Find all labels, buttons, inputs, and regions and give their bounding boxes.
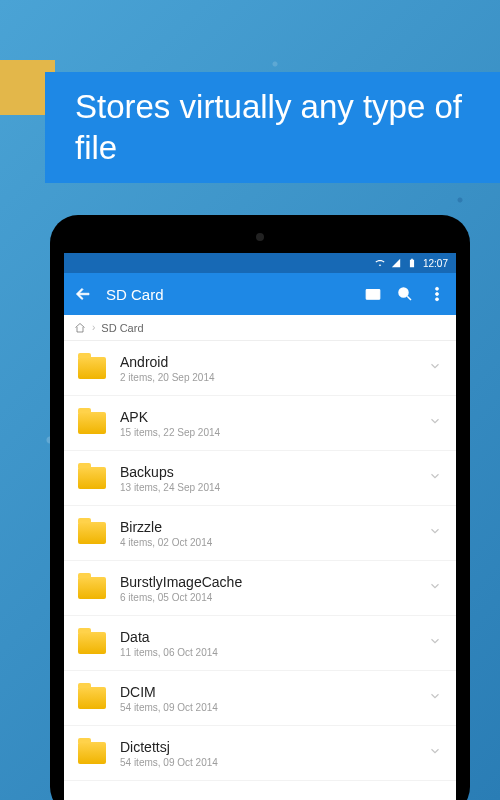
expand-button[interactable] [428, 689, 442, 707]
file-row[interactable]: Dictettsj54 items, 09 Oct 2014 [64, 726, 456, 781]
file-meta: BurstlyImageCache6 items, 05 Oct 2014 [120, 574, 414, 603]
folder-icon [78, 522, 106, 544]
file-subtext: 11 items, 06 Oct 2014 [120, 647, 414, 658]
file-subtext: 54 items, 09 Oct 2014 [120, 757, 414, 768]
file-meta: Android2 items, 20 Sep 2014 [120, 354, 414, 383]
expand-button[interactable] [428, 469, 442, 487]
file-name: Android [120, 354, 414, 370]
file-row[interactable]: Android2 items, 20 Sep 2014 [64, 341, 456, 396]
expand-button[interactable] [428, 359, 442, 377]
file-name: Backups [120, 464, 414, 480]
breadcrumb[interactable]: › SD Card [64, 315, 456, 341]
file-meta: DCIM54 items, 09 Oct 2014 [120, 684, 414, 713]
file-subtext: 54 items, 09 Oct 2014 [120, 702, 414, 713]
file-subtext: 2 items, 20 Sep 2014 [120, 372, 414, 383]
chevron-down-icon [428, 579, 442, 593]
file-meta: APK15 items, 22 Sep 2014 [120, 409, 414, 438]
app-bar: SD Card [64, 273, 456, 315]
tablet-frame: 12:07 SD Card › SD Card Android2 items, … [50, 215, 470, 800]
file-name: APK [120, 409, 414, 425]
expand-button[interactable] [428, 524, 442, 542]
folder-icon [78, 577, 106, 599]
wifi-icon [375, 258, 385, 268]
new-folder-button[interactable] [364, 285, 382, 303]
file-name: Dictettsj [120, 739, 414, 755]
file-row[interactable]: APK15 items, 22 Sep 2014 [64, 396, 456, 451]
file-subtext: 15 items, 22 Sep 2014 [120, 427, 414, 438]
folder-icon [78, 742, 106, 764]
file-subtext: 4 items, 02 Oct 2014 [120, 537, 414, 548]
file-meta: Birzzle4 items, 02 Oct 2014 [120, 519, 414, 548]
file-meta: Dictettsj54 items, 09 Oct 2014 [120, 739, 414, 768]
search-button[interactable] [396, 285, 414, 303]
file-row[interactable]: Birzzle4 items, 02 Oct 2014 [64, 506, 456, 561]
chevron-down-icon [428, 744, 442, 758]
expand-button[interactable] [428, 744, 442, 762]
tablet-camera [256, 233, 264, 241]
expand-button[interactable] [428, 414, 442, 432]
status-time: 12:07 [423, 258, 448, 269]
appbar-title: SD Card [106, 286, 350, 303]
chevron-right-icon: › [92, 322, 95, 333]
breadcrumb-current: SD Card [101, 322, 143, 334]
device-screen: 12:07 SD Card › SD Card Android2 items, … [64, 253, 456, 800]
chevron-down-icon [428, 359, 442, 373]
folder-icon [78, 687, 106, 709]
more-vert-icon [428, 285, 446, 303]
file-meta: Backups13 items, 24 Sep 2014 [120, 464, 414, 493]
file-name: DCIM [120, 684, 414, 700]
file-row[interactable]: Data11 items, 06 Oct 2014 [64, 616, 456, 671]
svg-point-1 [399, 288, 408, 297]
svg-point-2 [436, 287, 439, 290]
battery-icon [407, 258, 417, 268]
expand-button[interactable] [428, 634, 442, 652]
folder-icon [78, 412, 106, 434]
chevron-down-icon [428, 524, 442, 538]
arrow-left-icon [74, 285, 92, 303]
svg-point-3 [436, 293, 439, 296]
file-subtext: 13 items, 24 Sep 2014 [120, 482, 414, 493]
file-row[interactable]: Backups13 items, 24 Sep 2014 [64, 451, 456, 506]
chevron-down-icon [428, 469, 442, 483]
file-row[interactable]: DCIM54 items, 09 Oct 2014 [64, 671, 456, 726]
chevron-down-icon [428, 689, 442, 703]
promo-headline: Stores virtually any type of file [45, 72, 500, 183]
file-name: Birzzle [120, 519, 414, 535]
file-subtext: 6 items, 05 Oct 2014 [120, 592, 414, 603]
search-icon [396, 285, 414, 303]
file-name: Data [120, 629, 414, 645]
signal-icon [391, 258, 401, 268]
back-button[interactable] [74, 285, 92, 303]
file-meta: Data11 items, 06 Oct 2014 [120, 629, 414, 658]
svg-point-4 [436, 298, 439, 301]
overflow-menu-button[interactable] [428, 285, 446, 303]
new-folder-icon [364, 285, 382, 303]
file-row[interactable]: BurstlyImageCache6 items, 05 Oct 2014 [64, 561, 456, 616]
file-list[interactable]: Android2 items, 20 Sep 2014APK15 items, … [64, 341, 456, 800]
folder-icon [78, 357, 106, 379]
folder-icon [78, 467, 106, 489]
file-name: BurstlyImageCache [120, 574, 414, 590]
home-icon [74, 322, 86, 334]
chevron-down-icon [428, 414, 442, 428]
folder-icon [78, 632, 106, 654]
chevron-down-icon [428, 634, 442, 648]
expand-button[interactable] [428, 579, 442, 597]
status-bar: 12:07 [64, 253, 456, 273]
